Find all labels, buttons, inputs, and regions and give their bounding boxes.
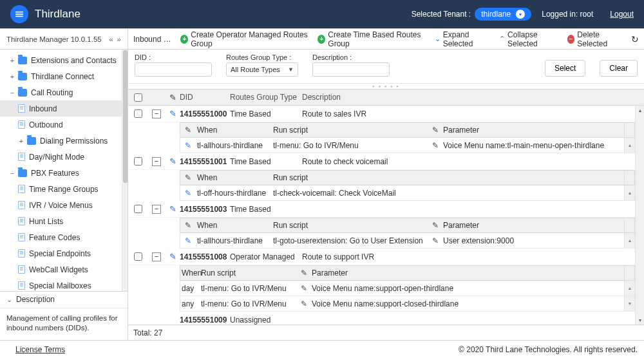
inner-scrollbar[interactable] xyxy=(624,123,634,137)
nav-item[interactable]: Outbound xyxy=(0,117,128,133)
refresh-icon[interactable]: ↻ xyxy=(631,34,639,44)
row-collapse-toggle[interactable]: − xyxy=(152,157,161,166)
row-checkbox[interactable] xyxy=(134,252,142,261)
edit-row-button[interactable] xyxy=(166,109,180,118)
splitter[interactable]: ● ● ● ● ● xyxy=(128,84,644,89)
collapse-selected-button[interactable]: ⌃Collapse Selected xyxy=(499,30,559,48)
nav-item[interactable]: Day/Night Mode xyxy=(0,149,128,165)
logout-link[interactable]: Logout xyxy=(610,10,634,19)
type-cell: Time Based xyxy=(230,205,302,214)
when-cell: tl-allhours-thirdlane xyxy=(196,236,273,245)
nav-item[interactable]: WebCall Widgets xyxy=(0,261,128,278)
delete-selected-button[interactable]: −Delete Selected xyxy=(567,30,623,48)
breadcrumb[interactable]: Inbound Ro... xyxy=(133,35,173,44)
sidebar-title: Thirdlane Manager 10.0.1.55 xyxy=(6,35,102,43)
filter-desc-input[interactable] xyxy=(312,62,390,77)
nav-item[interactable]: +Extensions and Contacts xyxy=(0,52,128,68)
nav-item[interactable]: IVR / Voice Menus xyxy=(0,197,128,213)
edit-param-button[interactable] xyxy=(299,299,309,308)
sidebar-header: Thirdlane Manager 10.0.1.55 « » xyxy=(0,29,128,50)
row-checkbox[interactable] xyxy=(134,157,142,165)
row-checkbox[interactable] xyxy=(134,205,142,213)
tenant-label: Selected Tenant : xyxy=(412,10,471,19)
edit-icon xyxy=(180,126,196,135)
nav-item[interactable]: −Call Routing xyxy=(0,84,128,100)
col-run: Run script xyxy=(273,221,430,230)
edit-inner-button[interactable] xyxy=(180,141,196,150)
column-headers: DID Routes Group Type Description xyxy=(128,89,644,106)
nav-item[interactable]: Hunt Lists xyxy=(0,213,128,229)
nav-item[interactable]: +Thirdlane Connect xyxy=(0,68,128,84)
nav-item[interactable]: Special Endpoints xyxy=(0,245,128,261)
create-time-group-button[interactable]: +Create Time Based Routes Group xyxy=(317,30,426,48)
inner-scrollbar[interactable] xyxy=(624,266,634,280)
tree-toggle-icon[interactable]: + xyxy=(9,73,15,80)
col-param: Parameter xyxy=(309,268,624,278)
inner-row: tl-allhours-thirdlanetl-goto-userextensi… xyxy=(180,233,635,249)
inner-scrollbar[interactable]: ▴ xyxy=(624,233,634,248)
edit-row-button[interactable] xyxy=(166,252,180,261)
license-link[interactable]: License Terms xyxy=(15,345,65,354)
edit-param-button[interactable] xyxy=(430,141,440,150)
collapse-all-icon[interactable]: « xyxy=(109,35,113,43)
col-when: When xyxy=(180,268,201,278)
tree-toggle-icon[interactable]: + xyxy=(9,57,15,64)
description-toggle[interactable]: ⌄ Description xyxy=(0,291,128,308)
inner-scrollbar[interactable]: ▴ xyxy=(624,281,634,296)
nav-item[interactable]: +Dialing Permissions xyxy=(0,133,128,149)
tree-toggle-icon[interactable]: − xyxy=(9,169,15,177)
desc-cell: Route to sales IVR xyxy=(302,109,635,118)
did-cell: 14155551009 xyxy=(180,316,230,325)
edit-icon xyxy=(180,221,196,230)
row-collapse-toggle[interactable]: − xyxy=(152,109,161,118)
nav-item[interactable]: −PBX Features xyxy=(0,165,128,181)
nav-item[interactable]: Special Mailboxes xyxy=(0,278,128,291)
expand-all-icon[interactable]: » xyxy=(117,35,121,43)
inner-scrollbar[interactable]: ▴ xyxy=(624,138,634,153)
create-operator-group-button[interactable]: +Create Operator Managed Routes Group xyxy=(180,30,310,48)
nav-scrollbar[interactable] xyxy=(122,50,128,291)
edit-param-button[interactable] xyxy=(299,284,309,293)
row-collapse-toggle[interactable]: − xyxy=(152,252,161,261)
filter-type-select[interactable]: All Route Types▼ xyxy=(226,62,298,77)
total-count: Total: 27 xyxy=(128,325,644,340)
tree-toggle-icon[interactable]: + xyxy=(18,137,24,145)
select-button[interactable]: Select xyxy=(545,60,585,77)
inner-scrollbar[interactable]: ▴ xyxy=(624,185,634,200)
edit-inner-button[interactable] xyxy=(180,236,196,245)
col-when: When xyxy=(196,173,273,182)
inner-table: WhenRun scriptParameterdaytl-menu: Go to… xyxy=(180,265,635,312)
col-type[interactable]: Routes Group Type xyxy=(230,93,302,102)
edit-param-button[interactable] xyxy=(430,236,440,245)
param-cell: Voice Menu name:support-closed-thirdlane xyxy=(309,299,624,308)
row-checkbox[interactable] xyxy=(134,109,142,118)
inner-scrollbar[interactable]: ▾ xyxy=(624,296,634,311)
edit-row-button[interactable] xyxy=(166,156,180,166)
select-all-checkbox[interactable] xyxy=(134,93,142,102)
inner-row: anytl-menu: Go to IVR/MenuVoice Menu nam… xyxy=(180,296,635,312)
inner-scrollbar[interactable] xyxy=(624,171,634,185)
nav-item[interactable]: Feature Codes xyxy=(0,229,128,245)
did-cell: 14155551000 xyxy=(180,109,230,118)
clear-button[interactable]: Clear xyxy=(600,60,638,77)
col-description[interactable]: Description xyxy=(302,93,635,102)
filter-did-input[interactable] xyxy=(135,62,212,77)
nav-item[interactable]: Time Range Groups xyxy=(0,181,128,197)
grid-scrollbar[interactable]: ▴▾ xyxy=(635,106,644,325)
expand-selected-button[interactable]: ⌄Expand Selected xyxy=(435,30,491,48)
col-did[interactable]: DID xyxy=(180,93,230,102)
edit-icon xyxy=(299,268,309,278)
inner-table: WhenRun scriptParametertl-allhours-third… xyxy=(180,122,635,153)
page-icon xyxy=(18,265,25,274)
tree-toggle-icon[interactable]: − xyxy=(9,89,15,97)
nav-item[interactable]: Inbound xyxy=(0,100,128,117)
inner-table: WhenRun scripttl-off-hours-thirdlanetl-c… xyxy=(180,170,635,201)
inner-scrollbar[interactable] xyxy=(624,218,634,232)
tenant-select[interactable]: thirdlane ▾ xyxy=(475,8,531,21)
nav-label: Special Mailboxes xyxy=(29,281,91,290)
edit-inner-button[interactable] xyxy=(180,189,196,198)
row-collapse-toggle[interactable]: − xyxy=(152,205,161,214)
chevron-down-icon: ▾ xyxy=(516,10,525,19)
expand-icon: ⌄ xyxy=(435,35,440,43)
edit-row-button[interactable] xyxy=(166,204,180,214)
